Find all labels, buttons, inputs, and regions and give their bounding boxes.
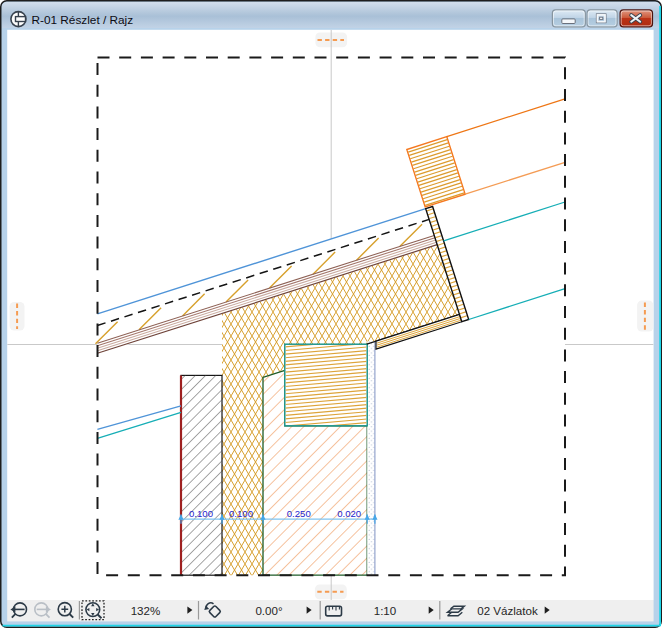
svg-text:0.250: 0.250 (287, 508, 311, 519)
svg-text:0.100: 0.100 (229, 508, 253, 519)
svg-text:132%: 132% (131, 604, 161, 617)
svg-text:0.020: 0.020 (337, 508, 361, 519)
svg-text:0.100: 0.100 (189, 508, 213, 519)
svg-text:1:10: 1:10 (374, 604, 397, 617)
svg-text:R-01 Részlet / Rajz: R-01 Részlet / Rajz (32, 13, 134, 27)
svg-text:02 Vázlatok: 02 Vázlatok (477, 604, 538, 617)
svg-text:0.00°: 0.00° (255, 604, 282, 617)
